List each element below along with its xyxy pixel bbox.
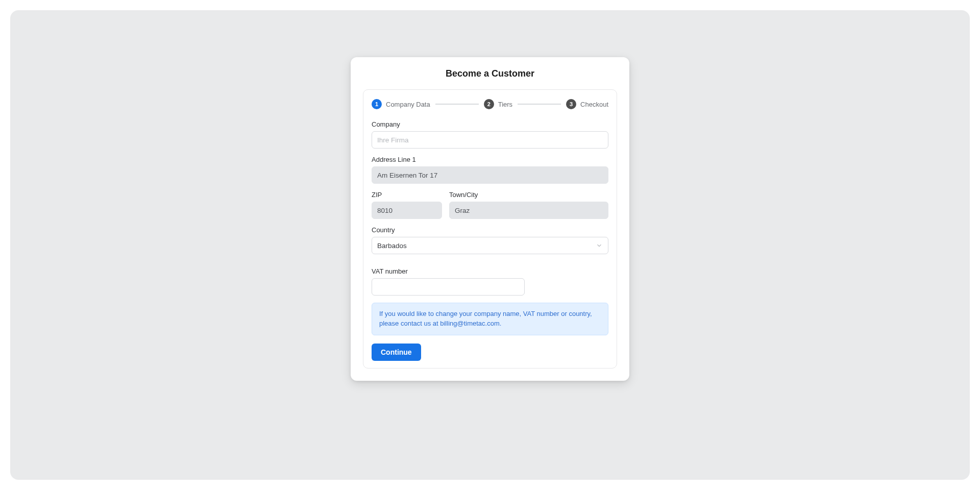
country-field: Country Barbados (372, 226, 608, 254)
customer-form-card: Become a Customer 1 Company Data 2 Tiers… (351, 57, 629, 381)
step-label: Tiers (498, 101, 512, 108)
zip-label: ZIP (372, 191, 442, 199)
page-title: Become a Customer (363, 68, 617, 79)
address-field: Address Line 1 Am Eisernen Tor 17 (372, 156, 608, 184)
continue-button[interactable]: Continue (372, 344, 421, 361)
step-number: 3 (566, 99, 576, 109)
stepper: 1 Company Data 2 Tiers 3 Checkout (372, 99, 608, 109)
step-label: Checkout (580, 101, 608, 108)
company-input[interactable] (372, 131, 608, 149)
zip-readonly: 8010 (372, 202, 442, 219)
company-label: Company (372, 120, 608, 128)
info-alert: If you would like to change your company… (372, 303, 608, 335)
step-number: 2 (484, 99, 494, 109)
country-label: Country (372, 226, 608, 234)
vat-input[interactable] (372, 278, 525, 296)
chevron-down-icon (596, 242, 603, 249)
city-readonly: Graz (449, 202, 608, 219)
country-select[interactable]: Barbados (372, 237, 608, 254)
address-label: Address Line 1 (372, 156, 608, 163)
form-panel: 1 Company Data 2 Tiers 3 Checkout Compan… (363, 89, 617, 369)
address-readonly: Am Eisernen Tor 17 (372, 166, 608, 184)
step-checkout[interactable]: 3 Checkout (566, 99, 608, 109)
page-background: Become a Customer 1 Company Data 2 Tiers… (10, 10, 970, 480)
step-number: 1 (372, 99, 382, 109)
country-value: Barbados (377, 242, 407, 250)
step-label: Company Data (386, 101, 430, 108)
vat-label: VAT number (372, 267, 608, 275)
step-company-data[interactable]: 1 Company Data (372, 99, 430, 109)
step-divider (518, 104, 561, 105)
step-divider (435, 104, 479, 105)
city-field: Town/City Graz (449, 191, 608, 219)
city-label: Town/City (449, 191, 608, 199)
vat-field: VAT number (372, 267, 608, 296)
zip-field: ZIP 8010 (372, 191, 442, 219)
company-field: Company (372, 120, 608, 149)
step-tiers[interactable]: 2 Tiers (484, 99, 512, 109)
